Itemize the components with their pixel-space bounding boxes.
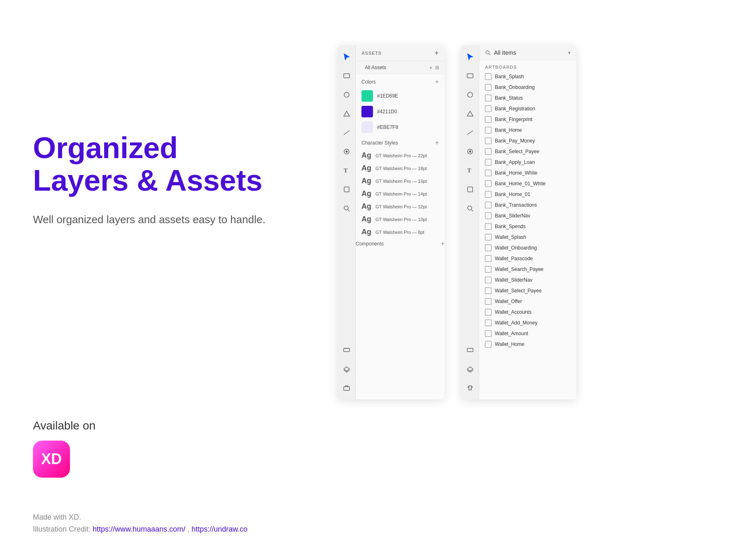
components-add[interactable]: + xyxy=(441,240,445,247)
search-icon-toolbar[interactable] xyxy=(341,203,352,214)
svg-line-2 xyxy=(344,131,350,135)
layer-artboard-icon xyxy=(485,180,492,187)
text-icon[interactable]: T xyxy=(341,165,352,176)
svg-rect-14 xyxy=(467,74,473,78)
layer-item[interactable]: Wallet_Add_Money xyxy=(479,317,576,328)
circle-icon[interactable] xyxy=(341,89,352,100)
layers-pointer-icon[interactable] xyxy=(464,51,476,63)
char-ag-icon: Ag xyxy=(361,151,371,160)
layer-item[interactable]: Wallet_Accounts xyxy=(479,307,576,317)
layers-crop-icon[interactable] xyxy=(464,184,476,195)
line-icon[interactable] xyxy=(341,127,352,138)
layer-name: Wallet_Add_Money xyxy=(495,320,538,326)
layers-search-icon[interactable] xyxy=(464,203,476,214)
layer-item[interactable]: Wallet_Splash xyxy=(479,232,576,243)
layer-item[interactable]: Bank_Fingerprint xyxy=(479,114,576,125)
layer-artboard-icon xyxy=(485,73,492,80)
svg-point-15 xyxy=(468,92,473,97)
layer-name: Wallet_Select_Payee xyxy=(495,288,542,294)
layer-item[interactable]: Bank_Registration xyxy=(479,103,576,114)
colors-add-button[interactable]: + xyxy=(435,78,439,86)
assets-add-button[interactable]: + xyxy=(434,49,439,57)
color-swatch-1 xyxy=(361,90,373,102)
credit-link-2[interactable]: https://undraw.co xyxy=(191,525,247,533)
layers-pen-icon[interactable] xyxy=(464,146,476,157)
char-label-14: GT Walsheim Pro — 14pt xyxy=(375,191,427,196)
layer-name: Bank_Transactions xyxy=(495,202,537,208)
layer-item[interactable]: Bank_Home_01 xyxy=(479,189,576,200)
layer-artboard-icon xyxy=(485,127,492,133)
layers-dropdown-chevron[interactable]: ▾ xyxy=(568,50,571,56)
stack-icon[interactable] xyxy=(341,363,352,375)
layer-item[interactable]: Bank_Splash xyxy=(479,71,576,82)
layer-item[interactable]: Wallet_Select_Payee xyxy=(479,285,576,296)
layer-item[interactable]: Wallet_SliderNav xyxy=(479,275,576,285)
layers-line-icon[interactable] xyxy=(464,127,476,138)
pen-icon[interactable] xyxy=(341,146,352,157)
layer-item[interactable]: Bank_Transactions xyxy=(479,200,576,210)
dropdown-arrow[interactable]: ▾ xyxy=(430,65,432,70)
layer-item[interactable]: Bank_Apply_Loan xyxy=(479,157,576,168)
layer-item[interactable]: Bank_Status xyxy=(479,93,576,103)
color-item-2[interactable]: #4211D0 xyxy=(356,104,445,119)
char-item-16[interactable]: Ag GT Walsheim Pro — 16pt xyxy=(356,175,445,187)
pointer-icon[interactable] xyxy=(341,51,352,63)
layer-item[interactable]: Wallet_Passcode xyxy=(479,253,576,264)
char-ag-icon-8: Ag xyxy=(361,228,371,236)
triangle-icon[interactable] xyxy=(341,108,352,119)
layers-triangle-icon[interactable] xyxy=(464,108,476,119)
layer-item[interactable]: Wallet_Home xyxy=(479,339,576,350)
rectangle-icon[interactable] xyxy=(341,70,352,82)
layer-item[interactable]: Bank_Home_White xyxy=(479,168,576,178)
layer-name: Bank_Apply_Loan xyxy=(495,159,535,165)
layer-item[interactable]: Bank_Onboarding xyxy=(479,82,576,93)
layers-circle-icon[interactable] xyxy=(464,89,476,100)
char-item-10[interactable]: Ag GT Walsheim Pro — 10pt xyxy=(356,213,445,226)
char-item-8[interactable]: Ag GT Walsheim Pro — 8pt xyxy=(356,226,445,238)
layer-item[interactable]: Bank_Select_Payee xyxy=(479,146,576,157)
layer-item[interactable]: Bank_Pay_Money xyxy=(479,135,576,146)
color-label-2: #4211D0 xyxy=(377,109,397,114)
char-item-14[interactable]: Ag GT Walsheim Pro — 14pt xyxy=(356,187,445,200)
layers-stack-icon[interactable] xyxy=(464,363,476,375)
layer-item[interactable]: Wallet_Onboarding xyxy=(479,243,576,253)
layer-name: Wallet_Onboarding xyxy=(495,245,537,251)
color-item-1[interactable]: #1ED69E xyxy=(356,88,445,104)
char-item-22[interactable]: Ag GT Walsheim Pro — 22pt xyxy=(356,149,445,162)
layer-name: Bank_Home_White xyxy=(495,170,537,176)
layers-text-icon[interactable]: T xyxy=(464,165,476,176)
layers-bottom-icon[interactable] xyxy=(341,344,352,356)
layer-items-container: Bank_Splash Bank_Onboarding Bank_Status … xyxy=(479,71,576,350)
layer-item[interactable]: Bank_Home_01_White xyxy=(479,178,576,189)
layers-plugin-icon[interactable] xyxy=(464,382,476,394)
credit-link-1[interactable]: https://www.humaaans.com/ xyxy=(93,525,185,533)
layer-name: Bank_Fingerprint xyxy=(495,117,532,122)
svg-line-25 xyxy=(489,54,491,56)
assets-search-input[interactable] xyxy=(365,65,426,70)
layers-rect-icon[interactable] xyxy=(464,70,476,82)
layer-name: Bank_Splash xyxy=(495,74,524,79)
layer-artboard-icon xyxy=(485,148,492,155)
char-item-12[interactable]: Ag GT Walsheim Pro — 12pt xyxy=(356,200,445,213)
color-item-3[interactable]: #EBE7F8 xyxy=(356,119,445,135)
char-styles-add[interactable]: + xyxy=(435,139,439,147)
crop-icon[interactable] xyxy=(341,184,352,195)
svg-point-4 xyxy=(346,151,347,152)
layer-item[interactable]: Bank_Spends xyxy=(479,221,576,232)
layer-item[interactable]: Wallet_Amount xyxy=(479,328,576,339)
layer-item[interactable]: Wallet_Search_Payee xyxy=(479,264,576,275)
xd-app-icon[interactable]: XD xyxy=(33,441,70,478)
layer-item[interactable]: Bank_Home xyxy=(479,125,576,135)
plugin-icon[interactable] xyxy=(341,382,352,394)
layers-header: ▾ xyxy=(479,45,576,61)
layers-search-input[interactable] xyxy=(494,49,568,56)
layers-panel: T xyxy=(461,45,576,399)
layer-name: Bank_Home xyxy=(495,127,522,133)
grid-view-toggle[interactable]: ⊞ xyxy=(435,65,439,70)
layers-bottom-rect-icon[interactable] xyxy=(464,344,476,356)
svg-line-16 xyxy=(467,131,473,135)
char-item-18[interactable]: Ag GT Walsheim Pro — 18pt xyxy=(356,162,445,175)
layer-item[interactable]: Wallet_Offer xyxy=(479,296,576,307)
color-swatch-2 xyxy=(361,106,373,117)
layer-item[interactable]: Bank_SliderNav xyxy=(479,210,576,221)
